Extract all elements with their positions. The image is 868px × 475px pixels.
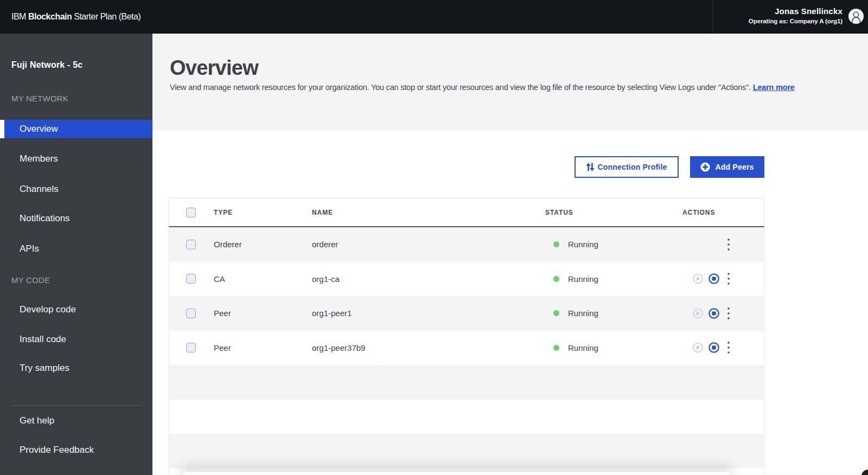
table-row: Peerorg1-peer1Running [169, 296, 764, 331]
select-all-checkbox[interactable] [186, 198, 196, 226]
sidebar-section-my-network: MY NETWORK [11, 94, 68, 103]
user-block[interactable]: Jonas Snellinckx Operating as: Company A… [749, 6, 843, 26]
status-dot [553, 345, 559, 351]
add-peers-button[interactable]: Add Peers [690, 156, 764, 178]
cell-type: Peer [214, 331, 231, 365]
start-button[interactable] [693, 343, 703, 353]
checkbox-box [186, 208, 196, 217]
stop-button[interactable] [709, 308, 719, 319]
table-row-empty [169, 434, 764, 468]
status-dot [553, 276, 559, 282]
table-header: TYPE NAME STATUS ACTIONS [169, 198, 764, 227]
resources-table: TYPE NAME STATUS ACTIONS OrdererordererR… [169, 198, 764, 475]
play-icon [693, 343, 703, 353]
column-header-type: TYPE [214, 198, 233, 226]
stop-icon [709, 342, 719, 353]
page-title: Overview [170, 57, 258, 78]
status-dot [553, 241, 559, 247]
stop-icon [709, 273, 719, 284]
topbar-divider [713, 0, 713, 34]
main-content: Overview View and manage network resourc… [152, 34, 868, 475]
cell-type: Peer [214, 296, 231, 331]
checkbox-box [186, 240, 196, 249]
page-description: View and manage network resources for yo… [170, 83, 795, 92]
sidebar-item-develop-code[interactable]: Develop code [0, 300, 152, 319]
sidebar-item-get-help[interactable]: Get help [0, 412, 152, 430]
sidebar-item-apis[interactable]: APIs [0, 240, 152, 258]
table-row-empty [169, 400, 764, 434]
kebab-icon [727, 239, 730, 251]
cell-name: orderer [312, 227, 338, 262]
brand-suffix: Starter Plan (Beta) [72, 12, 141, 22]
sidebar-item-try-samples[interactable]: Try samples [0, 359, 152, 377]
sidebar-item-channels[interactable]: Channels [0, 180, 152, 198]
connection-profile-button[interactable]: Connection Profile [575, 156, 679, 178]
sidebar: Fuji Network - 5c MY NETWORK Overview Me… [0, 34, 152, 475]
row-checkbox[interactable] [186, 262, 196, 297]
kebab-icon [727, 273, 730, 285]
overflow-menu-button[interactable] [725, 339, 732, 356]
cell-name: org1-peer1 [312, 296, 352, 331]
row-checkbox[interactable] [186, 227, 196, 262]
sidebar-item-overview[interactable]: Overview [0, 120, 152, 138]
cell-status: Running [568, 262, 598, 297]
cell-type: Orderer [214, 227, 242, 262]
kebab-icon [727, 342, 730, 354]
table-row: Peerorg1-peer37b9Running [169, 331, 764, 365]
cell-name: org1-peer37b9 [312, 331, 365, 365]
sidebar-item-notifications[interactable]: Notifications [0, 209, 152, 228]
overflow-menu-button[interactable] [725, 305, 732, 322]
overflow-menu-button[interactable] [725, 236, 732, 253]
checkbox-box [186, 343, 196, 352]
chat-bubble-corner[interactable] [861, 470, 868, 475]
table-body: OrdererordererRunningCAorg1-caRunningPee… [169, 227, 764, 475]
sidebar-item-install-code[interactable]: Install code [0, 330, 152, 349]
learn-more-link[interactable]: Learn more [753, 83, 795, 92]
column-header-actions: ACTIONS [682, 198, 715, 226]
status-dot [553, 310, 559, 316]
bottom-toast-edge [183, 472, 730, 475]
sidebar-divider [11, 405, 142, 406]
network-title: Fuji Network - 5c [11, 60, 82, 70]
page-header-band: Overview View and manage network resourc… [152, 34, 868, 131]
plus-circle-icon [700, 162, 710, 172]
sidebar-section-my-code: MY CODE [11, 275, 50, 285]
arrows-up-down-icon [586, 163, 595, 171]
column-header-name: NAME [312, 198, 333, 226]
screen: IBM Blockchain Starter Plan (Beta) Jonas… [0, 0, 868, 475]
table-row: OrdererordererRunning [169, 227, 764, 262]
cell-type: CA [214, 262, 225, 297]
table-row-empty [169, 365, 764, 400]
row-checkbox[interactable] [186, 331, 196, 365]
user-name: Jonas Snellinckx [749, 6, 843, 17]
stop-icon [709, 308, 719, 319]
kebab-icon [727, 307, 730, 319]
avatar-icon[interactable] [848, 9, 864, 24]
cell-name: org1-ca [312, 262, 340, 297]
overflow-menu-button[interactable] [725, 271, 732, 287]
stop-button[interactable] [709, 342, 719, 353]
checkbox-box [186, 309, 196, 318]
checkbox-box [186, 274, 196, 284]
cell-status: Running [568, 331, 598, 365]
topbar: IBM Blockchain Starter Plan (Beta) Jonas… [0, 0, 868, 34]
sidebar-item-provide-feedback[interactable]: Provide Feedback [0, 441, 152, 459]
column-header-status: STATUS [545, 198, 573, 226]
start-button[interactable] [693, 274, 703, 284]
brand-ibm: IBM [11, 12, 26, 22]
play-icon [693, 308, 703, 318]
cell-status: Running [568, 227, 598, 262]
brand: IBM Blockchain Starter Plan (Beta) [11, 0, 141, 34]
user-operating-as: Operating as: Company A (org1) [749, 17, 843, 26]
stop-button[interactable] [709, 273, 719, 284]
sidebar-item-members[interactable]: Members [0, 150, 152, 168]
table-row: CAorg1-caRunning [169, 262, 764, 297]
start-button[interactable] [693, 308, 703, 318]
brand-product: Blockchain [28, 12, 72, 22]
play-icon [693, 274, 703, 284]
cell-status: Running [568, 296, 598, 331]
row-checkbox[interactable] [186, 296, 196, 331]
